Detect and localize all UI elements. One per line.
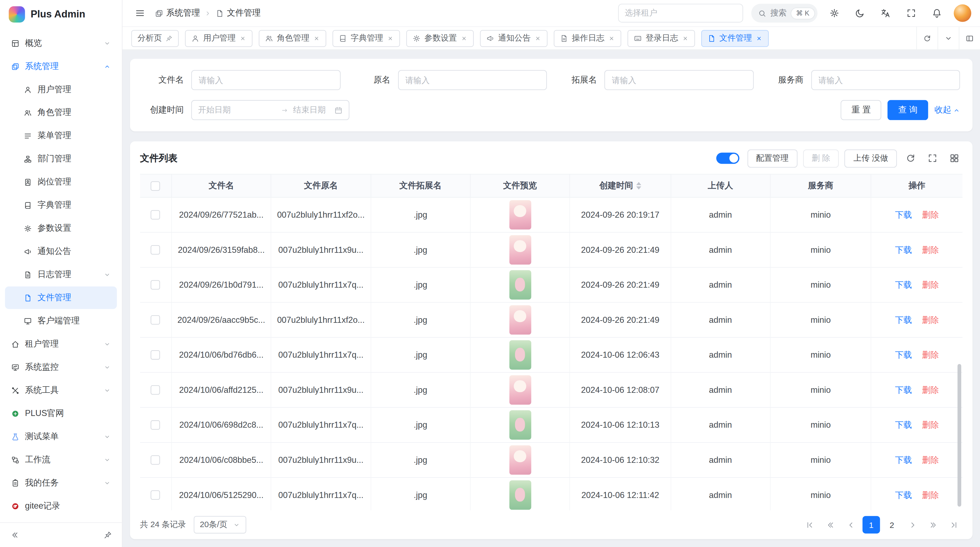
file-preview-thumbnail[interactable] <box>509 235 531 265</box>
sidebar-item-param-settings[interactable]: 参数设置 <box>5 217 117 240</box>
sidebar-toggle-button[interactable] <box>131 4 149 22</box>
sort-carets[interactable] <box>636 182 641 190</box>
config-management-button[interactable]: 配置管理 <box>747 149 797 167</box>
page-1-button[interactable]: 1 <box>862 516 880 533</box>
download-link[interactable]: 下载 <box>895 490 912 499</box>
extension-input[interactable] <box>605 70 754 90</box>
refresh-tab-button[interactable] <box>916 27 937 49</box>
file-preview-thumbnail[interactable] <box>509 480 531 510</box>
row-checkbox[interactable] <box>151 351 160 360</box>
search-button[interactable]: 查 询 <box>888 100 928 120</box>
download-link[interactable]: 下载 <box>895 350 912 359</box>
delete-link[interactable]: 删除 <box>922 455 939 464</box>
close-icon[interactable] <box>239 35 246 41</box>
upload-button[interactable]: 上传 没做 <box>845 149 897 167</box>
download-link[interactable]: 下载 <box>895 210 912 219</box>
collapse-filter-link[interactable]: 收起 <box>934 104 960 115</box>
sidebar-item-my-tasks[interactable]: 我的任务 <box>5 472 117 494</box>
sidebar-item-system-tools[interactable]: 系统工具 <box>5 379 117 402</box>
download-link[interactable]: 下载 <box>895 280 912 289</box>
collapse-sidebar-button[interactable] <box>6 527 22 543</box>
next-5-pages-button[interactable] <box>924 516 942 533</box>
download-link[interactable]: 下载 <box>895 455 912 464</box>
tab-role-management[interactable]: 角色管理 <box>259 30 326 46</box>
download-link[interactable]: 下载 <box>895 385 912 394</box>
sidebar-item-role-management[interactable]: 角色管理 <box>5 101 117 124</box>
row-checkbox[interactable] <box>151 211 160 220</box>
file-preview-thumbnail[interactable] <box>509 375 531 405</box>
tab-file-management[interactable]: 文件管理 <box>701 30 769 46</box>
pin-sidebar-button[interactable] <box>99 527 116 543</box>
row-checkbox[interactable] <box>151 386 160 395</box>
close-icon[interactable] <box>535 35 541 41</box>
column-settings-button[interactable] <box>946 150 963 166</box>
sidebar-item-menu-management[interactable]: 菜单管理 <box>5 124 117 147</box>
sidebar-item-system-monitor[interactable]: 系统监控 <box>5 356 117 378</box>
close-icon[interactable] <box>461 35 468 41</box>
table-scrollbar[interactable] <box>958 364 961 506</box>
sidebar-item-client-management[interactable]: 客户端管理 <box>5 309 117 332</box>
layout-settings-button[interactable] <box>959 27 980 49</box>
delete-link[interactable]: 删除 <box>922 280 939 289</box>
close-icon[interactable] <box>313 35 320 41</box>
file-name-input[interactable] <box>191 70 340 90</box>
delete-link[interactable]: 删除 <box>922 245 939 254</box>
language-button[interactable] <box>877 4 894 22</box>
prev-page-button[interactable] <box>842 516 859 533</box>
delete-link[interactable]: 删除 <box>922 210 939 219</box>
sidebar-item-workflow[interactable]: 工作流 <box>5 448 117 471</box>
next-page-button[interactable] <box>904 516 921 533</box>
delete-link[interactable]: 删除 <box>922 420 939 429</box>
service-provider-input[interactable] <box>811 70 960 90</box>
close-icon[interactable] <box>608 35 615 41</box>
row-checkbox[interactable] <box>151 316 160 325</box>
download-link[interactable]: 下载 <box>895 420 912 429</box>
file-preview-thumbnail[interactable] <box>509 305 531 335</box>
sidebar-item-department-management[interactable]: 部门管理 <box>5 148 117 170</box>
row-checkbox[interactable] <box>151 491 160 500</box>
row-checkbox[interactable] <box>151 281 160 290</box>
sidebar-item-plus-website[interactable]: PLUS官网 <box>5 402 117 425</box>
file-preview-thumbnail[interactable] <box>509 445 531 475</box>
delete-link[interactable]: 删除 <box>922 490 939 499</box>
sidebar-item-dict-management[interactable]: 字典管理 <box>5 194 117 217</box>
file-preview-thumbnail[interactable] <box>509 340 531 370</box>
sidebar-item-overview[interactable]: 概览 <box>5 32 117 54</box>
notifications-button[interactable] <box>928 4 945 22</box>
file-preview-thumbnail[interactable] <box>509 270 531 300</box>
download-link[interactable]: 下载 <box>895 245 912 254</box>
tab-operation-log[interactable]: 操作日志 <box>554 30 621 46</box>
sidebar-item-file-management[interactable]: 文件管理 <box>5 287 117 309</box>
global-search-button[interactable]: 搜索 ⌘ K <box>751 4 818 22</box>
download-link[interactable]: 下载 <box>895 315 912 324</box>
sidebar-item-notice-announcement[interactable]: 通知公告 <box>5 240 117 263</box>
toggle-switch[interactable] <box>716 153 739 164</box>
sidebar-item-post-management[interactable]: 岗位管理 <box>5 171 117 193</box>
app-logo[interactable]: Plus Admin <box>0 0 122 29</box>
user-avatar[interactable] <box>954 4 971 22</box>
close-icon[interactable] <box>756 35 762 41</box>
prev-5-pages-button[interactable] <box>821 516 839 533</box>
dark-mode-button[interactable] <box>851 4 869 22</box>
date-range-picker[interactable]: 开始日期 结束日期 <box>191 100 350 120</box>
first-page-button[interactable] <box>800 516 818 533</box>
original-name-input[interactable] <box>398 70 547 90</box>
breadcrumb-item-file[interactable]: 文件管理 <box>216 8 261 19</box>
sidebar-item-tenant-management[interactable]: 租户管理 <box>5 333 117 355</box>
delete-link[interactable]: 删除 <box>922 385 939 394</box>
delete-selected-button[interactable]: 删 除 <box>803 149 839 167</box>
tab-dict-management[interactable]: 字典管理 <box>332 30 400 46</box>
row-checkbox[interactable] <box>151 421 160 430</box>
tab-param-settings[interactable]: 参数设置 <box>406 30 474 46</box>
file-preview-thumbnail[interactable] <box>509 410 531 440</box>
breadcrumb-item-system[interactable]: 系统管理 <box>155 8 200 19</box>
refresh-table-button[interactable] <box>902 150 919 166</box>
sidebar-item-system-management[interactable]: 系统管理 <box>5 55 117 78</box>
file-preview-thumbnail[interactable] <box>509 200 531 230</box>
tab-notice-announcement[interactable]: 通知公告 <box>480 30 547 46</box>
close-icon[interactable] <box>387 35 394 41</box>
sidebar-item-gitee-record[interactable]: gitee记录 <box>5 495 117 517</box>
last-page-button[interactable] <box>945 516 962 533</box>
tab-user-management[interactable]: 用户管理 <box>185 30 253 46</box>
tab-analysis[interactable]: 分析页 <box>131 30 178 46</box>
